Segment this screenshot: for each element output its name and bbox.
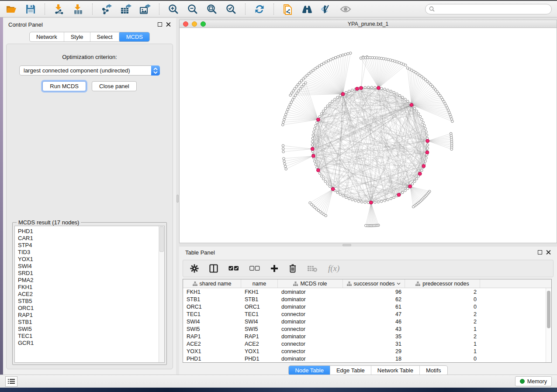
network-node[interactable] [311,141,314,143]
tab-style[interactable]: Style [64,32,90,41]
network-leaf-node[interactable] [327,59,330,62]
delete-column-trash-icon[interactable] [289,264,297,273]
mcds-list-scrollbar[interactable] [159,226,164,362]
first-neighbors-icon[interactable] [301,3,313,15]
network-leaf-node[interactable] [364,57,367,59]
network-node[interactable] [320,175,322,177]
network-leaf-node[interactable] [342,54,344,56]
search-box[interactable] [425,4,552,14]
select-all-icon[interactable] [228,266,239,271]
network-node[interactable] [381,87,383,89]
table-scrollbar-thumb[interactable] [547,291,550,328]
network-node[interactable] [351,199,353,201]
network-node[interactable] [381,200,383,203]
network-node[interactable] [361,201,363,203]
network-node[interactable] [419,115,421,117]
import-network-icon[interactable] [53,3,65,15]
network-node[interactable] [329,185,331,187]
network-node[interactable] [393,196,395,198]
network-node[interactable] [384,88,386,90]
network-node[interactable] [315,163,317,165]
network-node[interactable] [370,86,373,88]
network-node[interactable] [407,100,409,103]
network-node[interactable] [318,172,321,174]
network-node[interactable] [311,144,313,146]
export-image-icon[interactable] [139,3,151,15]
add-column-icon[interactable] [270,265,278,272]
network-node[interactable] [331,100,333,103]
mcds-hub-node[interactable] [317,168,320,172]
zoom-selected-icon[interactable] [225,3,237,15]
network-node[interactable] [316,121,318,124]
network-leaf-node[interactable] [344,53,347,56]
network-node[interactable] [318,115,321,117]
network-node[interactable] [414,180,416,182]
mcds-hub-node[interactable] [317,118,320,121]
mcds-hub-node[interactable] [312,154,315,158]
mcds-result-item[interactable]: TEC1 [18,333,159,340]
network-leaf-node[interactable] [380,57,383,60]
column-header-predecessor-nodes[interactable]: predecessor nodes [405,279,480,288]
network-node[interactable] [424,160,426,162]
tab-network[interactable]: Network [30,32,64,41]
network-node[interactable] [322,110,325,112]
horizontal-splitter-grabber[interactable] [343,244,351,246]
network-node[interactable] [390,90,392,92]
network-node[interactable] [426,134,428,136]
network-leaf-node[interactable] [304,82,307,84]
network-node[interactable] [390,197,392,199]
column-header-MCDS-role[interactable]: MCDS role [278,279,343,288]
table-row[interactable]: PHD1PHD1dominator180 [183,355,551,362]
network-leaf-node[interactable] [347,52,349,55]
network-node[interactable] [336,96,339,98]
network-node[interactable] [384,199,386,202]
mcds-hub-node[interactable] [355,87,359,91]
network-titlebar[interactable]: YPA_prune.txt_1 [180,20,557,28]
network-graph[interactable] [180,28,557,243]
mcds-hub-node[interactable] [369,201,373,204]
mcds-result-item[interactable]: SRD1 [18,270,159,277]
tab-motifs[interactable]: Motifs [419,366,447,375]
task-history-button[interactable] [5,376,17,387]
network-node[interactable] [313,131,315,133]
network-leaf-node[interactable] [405,64,407,67]
close-panel-icon[interactable] [166,22,171,27]
network-node[interactable] [339,94,341,96]
network-leaf-node[interactable] [332,57,335,60]
table-settings-gear-icon[interactable] [190,264,199,273]
tab-network-table[interactable]: Network Table [371,366,419,375]
table-scrollbar[interactable] [546,288,551,362]
mcds-result-item[interactable]: RAP1 [18,312,159,319]
mcds-result-item[interactable]: ORC1 [18,305,159,312]
network-leaf-node[interactable] [298,90,300,93]
network-node[interactable] [320,113,322,115]
network-leaf-node[interactable] [371,56,374,59]
export-network-icon[interactable] [100,3,113,15]
network-leaf-node[interactable] [325,61,328,63]
network-node[interactable] [407,187,409,189]
network-node[interactable] [334,98,336,100]
network-node[interactable] [314,127,316,130]
mcds-result-item[interactable]: GCR1 [18,340,159,347]
network-node[interactable] [412,183,414,185]
mcds-result-list[interactable]: PHD1CAR1STP4TID3YOX1SWI4SRD1PMA2FKH1ACE2… [14,226,165,363]
network-node[interactable] [326,105,329,107]
network-node[interactable] [423,124,426,127]
network-leaf-node[interactable] [289,103,291,106]
network-node[interactable] [364,86,366,89]
mcds-hub-node[interactable] [311,147,314,151]
mcds-hub-node[interactable] [410,103,413,107]
mcds-result-item[interactable]: PMA2 [18,277,159,284]
mcds-hub-node[interactable] [426,151,429,154]
network-leaf-node[interactable] [316,66,318,69]
network-leaf-node[interactable] [320,63,323,66]
network-leaf-node[interactable] [291,99,294,101]
table-row[interactable]: RAP1RAP1dominator352 [183,333,551,340]
network-leaf-node[interactable] [284,163,286,165]
mcds-hub-node[interactable] [360,86,363,90]
table-float-icon[interactable] [538,250,542,254]
network-leaf-node[interactable] [293,96,295,99]
tab-mcds[interactable]: MCDS [119,32,150,42]
network-node[interactable] [354,199,356,202]
column-header-successor-nodes[interactable]: successor nodes [343,279,405,288]
